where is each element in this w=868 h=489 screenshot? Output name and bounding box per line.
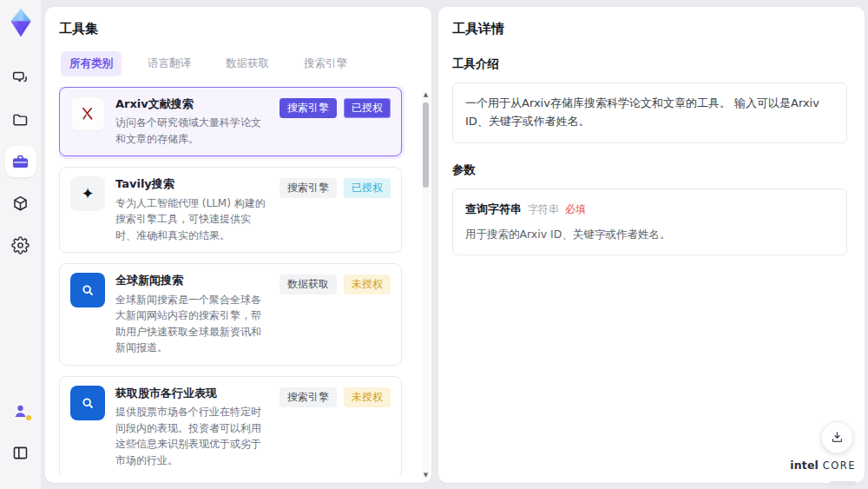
download-icon [830,430,845,445]
cube-icon [11,195,30,213]
sidebar-item-panel-toggle[interactable] [5,437,36,468]
arxiv-icon [70,96,105,131]
app-logo [5,7,36,38]
intro-heading: 工具介绍 [452,56,847,72]
tool-card[interactable]: ✦Tavily搜索专为人工智能代理 (LLM) 构建的搜索引擎工具，可快速提供实… [59,167,402,253]
sidebar-item-toolbox[interactable] [5,146,36,177]
tool-title: 获取股市各行业表现 [115,386,269,401]
gear-icon [11,236,30,254]
params-heading: 参数 [452,162,847,178]
category-tabs: 所有类别语言翻译数据获取搜索引擎 [61,51,419,76]
intro-box: 一个用于从Arxiv存储库搜索科学论文和文章的工具。 输入可以是Arxiv ID… [452,83,847,143]
tool-title: Tavily搜索 [115,176,269,192]
tool-status-badge: 未授权 [344,274,391,294]
tool-category-badge: 搜索引擎 [279,178,337,198]
tab-category-0[interactable]: 所有类别 [61,51,122,76]
brand-core: CORE [823,459,856,472]
tool-status-badge: 已授权 [344,178,391,198]
page-title: 工具集 [59,21,419,37]
tool-category-badge: 数据获取 [279,274,337,294]
brand-intel: intel [790,459,819,472]
detail-title: 工具详情 [452,21,847,37]
param-box: 查询字符串 字符串 必填 用于搜索的Arxiv ID、关键字或作者姓名。 [452,188,847,256]
star-icon: ✦ [70,176,105,211]
tool-card[interactable]: Arxiv文献搜索访问各个研究领域大量科学论文和文章的存储库。搜索引擎已授权 [59,87,402,156]
tool-description: 专为人工智能代理 (LLM) 构建的搜索引擎工具，可快速提供实时、准确和真实的结… [115,195,269,244]
sidebar-item-cube[interactable] [5,188,36,219]
scrollbar[interactable]: ▲ ▼ [422,90,430,479]
tab-category-3[interactable]: 搜索引擎 [295,51,356,76]
folder-icon [11,111,30,129]
param-description: 用于搜索的Arxiv ID、关键字或作者姓名。 [465,226,834,243]
tool-collection-panel: 工具集 所有类别语言翻译数据获取搜索引擎 Arxiv文献搜索访问各个研究领域大量… [45,7,431,483]
toolbox-icon [11,153,30,171]
param-type: 字符串 [528,202,559,218]
tool-status-badge: 已授权 [344,98,391,118]
tool-description: 访问各个研究领域大量科学论文和文章的存储库。 [115,115,269,147]
intro-text: 一个用于从Arxiv存储库搜索科学论文和文章的工具。 输入可以是Arxiv ID… [465,96,819,128]
scrollbar-thumb[interactable] [423,102,429,188]
sidebar-item-folder[interactable] [5,104,36,135]
search-blue-icon [70,273,105,307]
search-blue-icon [70,386,105,420]
tool-status-badge: 未授权 [344,387,391,407]
panel-toggle-icon [11,444,30,462]
sidebar-item-gear[interactable] [5,229,36,261]
sidebar-item-user[interactable] [5,395,36,426]
tool-list: Arxiv文献搜索访问各个研究领域大量科学论文和文章的存储库。搜索引擎已授权✦T… [59,87,419,476]
tool-card[interactable]: 全球新闻搜索全球新闻搜索是一个聚合全球各大新闻网站内容的搜索引擎，帮助用户快速获… [59,263,402,366]
tool-detail-panel: 工具详情 工具介绍 一个用于从Arxiv存储库搜索科学论文和文章的工具。 输入可… [438,7,865,483]
tab-category-1[interactable]: 语言翻译 [139,51,200,76]
tool-description: 全球新闻搜索是一个聚合全球各大新闻网站内容的搜索引擎，帮助用户快速获取全球最新资… [115,292,269,356]
scroll-up-arrow[interactable]: ▲ [422,90,430,99]
param-required-badge: 必填 [565,202,586,218]
chat-icon [11,69,30,88]
intel-core-logo: intel CORE [790,459,856,479]
tool-title: Arxiv文献搜索 [115,96,269,112]
tool-title: 全球新闻搜索 [115,273,269,288]
scroll-down-arrow[interactable]: ▼ [422,471,430,479]
tool-card[interactable]: 获取股市各行业表现提供股票市场各个行业在特定时间段内的表现。投资者可以利用这些信… [59,376,402,476]
user-status-dot [26,415,31,420]
tab-category-2[interactable]: 数据获取 [217,51,278,76]
brand-sub-mark [830,481,856,486]
tool-category-badge: 搜索引擎 [279,387,337,407]
sidebar-item-chat[interactable] [5,63,36,94]
left-rail [0,0,42,489]
tool-description: 提供股票市场各个行业在特定时间段内的表现。投资者可以利用这些信息来识别表现优于或… [115,404,269,468]
tool-category-badge: 搜索引擎 [279,98,337,118]
param-name: 查询字符串 [465,201,522,219]
download-button[interactable] [821,421,853,453]
